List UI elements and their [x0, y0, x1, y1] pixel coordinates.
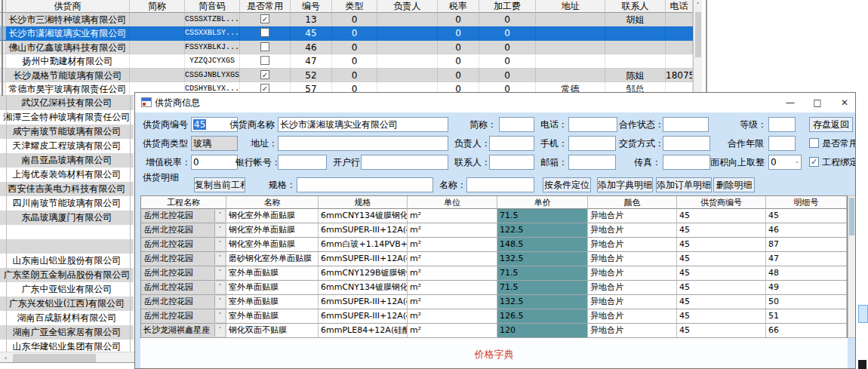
detail-column-header[interactable]: 颜色 [588, 196, 677, 209]
empty-row[interactable] [0, 239, 134, 254]
detail-row[interactable]: 长沙龙湖祺鑫星座˅钢化双面不贴膜6mmPLE84+12A(硅酮胶...m²120… [141, 324, 847, 338]
detail-row[interactable]: 岳州北控花园˅室外单面贴膜6mmSUPER-III+12A(硅...m²126.… [141, 309, 847, 324]
supplier-list-hscrollbar[interactable]: ‹ [0, 352, 134, 363]
scrollbar-thumb[interactable] [13, 354, 96, 362]
supplier-type-input[interactable]: 玻璃 [191, 136, 238, 151]
coop-years-input[interactable] [768, 136, 796, 151]
supplier-row[interactable]: 山东华建铝业集团有限公司 [0, 340, 134, 352]
close-icon[interactable]: ✕ [831, 93, 856, 112]
supplier-row[interactable]: 四川南玻节能玻璃有限公司 [0, 196, 134, 211]
chevron-down-icon[interactable]: ˅ [214, 310, 225, 322]
chevron-down-icon[interactable]: ˅ [214, 296, 225, 308]
supplier-row[interactable]: 湘潭三金特种玻璃有限责任公司 [0, 110, 134, 125]
project-combo-cell[interactable]: 岳州北控花园˅ [141, 295, 226, 309]
project-combo-cell[interactable]: 岳州北控花园˅ [141, 209, 226, 223]
column-header[interactable]: 税率 [438, 0, 479, 13]
common-checkbox[interactable] [240, 26, 291, 39]
save-return-button[interactable]: 存盘返回 [809, 117, 853, 132]
detail-column-header[interactable]: 规格 [319, 196, 408, 209]
column-header[interactable]: 电话 [666, 0, 693, 13]
project-combo-cell[interactable]: 长沙龙湖祺鑫星座˅ [141, 324, 226, 337]
empty-row[interactable] [0, 225, 134, 239]
scrollbar-thumb[interactable] [695, 12, 701, 57]
project-combo-cell[interactable]: 岳州北控花园˅ [141, 281, 226, 294]
scroll-left-icon[interactable]: ‹ [0, 352, 11, 364]
detail-row[interactable]: 岳州北控花园˅钢化室外单面贴膜6mmCNY134镀膜钢化m²71.5异地合片45… [141, 209, 847, 223]
supplier-row[interactable]: 广东兴发铝业(江西)有限公司 [0, 297, 134, 311]
price-cell[interactable]: 132.5 [497, 295, 588, 309]
column-header[interactable]: 类型 [332, 0, 377, 13]
project-combo-cell[interactable]: 岳州北控花园˅ [141, 266, 226, 280]
project-combo-cell[interactable]: 岳州北控花园˅ [141, 238, 226, 251]
price-cell[interactable]: 120 [497, 324, 588, 337]
detail-row[interactable]: 岳州北控花园˅钢化室外单面贴膜6mm白玻+1.14PVB+6mm...m²148… [141, 238, 847, 252]
bank-branch-input[interactable] [361, 155, 448, 170]
chevron-down-icon[interactable]: ˅ [796, 158, 799, 170]
detail-column-header[interactable]: 单位 [408, 196, 497, 209]
project-combo-cell[interactable]: 岳州北控花园˅ [141, 309, 226, 323]
minimize-icon[interactable]: — [777, 93, 804, 112]
column-header[interactable]: 负责人 [377, 0, 438, 13]
grade-input[interactable] [768, 117, 796, 132]
chevron-down-icon[interactable]: ˅ [214, 324, 225, 337]
supplier-table-vscrollbar[interactable]: ˄ [693, 0, 702, 92]
price-cell[interactable]: 126.5 [497, 309, 588, 323]
detail-table-vscrollbar[interactable] [848, 195, 856, 338]
mobile-input[interactable] [568, 136, 616, 151]
delete-detail-button[interactable]: 删除明细 [713, 177, 755, 192]
locate-button[interactable]: 按条件定位 [543, 177, 591, 192]
price-cell[interactable]: 71.5 [497, 281, 588, 294]
add-order-detail-button[interactable]: 添加订单明细 [656, 177, 712, 192]
supplier-row[interactable]: 武汉亿深科技有限公司 [0, 96, 134, 110]
short-name-input[interactable] [499, 117, 534, 132]
scroll-up-icon[interactable]: ˄ [694, 0, 702, 11]
column-header[interactable]: 联系人 [605, 0, 666, 13]
supplier-row[interactable]: 南昌亚晶玻璃有限公司 [0, 153, 134, 168]
supplier-row[interactable]: 天津耀皮工程玻璃有限公司 [0, 139, 134, 153]
owner-input[interactable] [489, 136, 534, 151]
column-header[interactable]: 编号 [291, 0, 332, 13]
price-cell[interactable]: 132.5 [497, 252, 588, 266]
common-checkbox[interactable] [240, 41, 291, 54]
supplier-name-input[interactable] [278, 117, 448, 132]
supplier-row[interactable]: 湖南广亚全铝家居有限公司 [0, 325, 134, 340]
detail-row[interactable]: 岳州北控花园˅钢化室外单面贴膜6mmSUPER-III+12A(硅...m²12… [141, 223, 847, 238]
supplier-row[interactable]: 山东南山铝业股份有限公司 [0, 254, 134, 268]
bank-account-input[interactable] [278, 155, 327, 170]
project-combo-cell[interactable]: 岳州北控花园˅ [141, 223, 226, 237]
delivery-method-input[interactable] [663, 136, 710, 151]
email-input[interactable] [568, 155, 616, 170]
supplier-row[interactable]: 西安佳吉美电力科技有限公司 [0, 182, 134, 196]
dialog-titlebar[interactable]: 供货商信息 — □ ✕ [135, 93, 855, 112]
column-header[interactable]: 地址 [536, 0, 605, 13]
scrollbar-thumb[interactable] [849, 198, 854, 235]
supplier-row[interactable]: 东晶玻璃厦门有限公司 [0, 211, 134, 225]
price-cell[interactable]: 148.5 [497, 238, 588, 251]
price-cell[interactable]: 71.5 [497, 266, 588, 280]
chevron-down-icon[interactable]: ˅ [214, 210, 225, 222]
chevron-down-icon[interactable]: ˅ [214, 238, 225, 251]
round-up-select[interactable]: 0 ˅ [768, 155, 802, 170]
copy-project-button[interactable]: 复制当前工程 [194, 177, 245, 192]
project-combo-cell[interactable]: 岳州北控花园˅ [141, 252, 226, 266]
vat-rate-input[interactable] [191, 155, 238, 170]
detail-column-header[interactable]: 工程名称 [141, 196, 226, 209]
phone-input[interactable] [568, 117, 617, 132]
chevron-down-icon[interactable]: ˅ [214, 253, 225, 265]
supplier-row[interactable]: 上海优泰装饰材料有限公司 [0, 168, 134, 182]
detail-column-header[interactable]: 明细号 [766, 196, 847, 209]
supplier-row[interactable]: 广东中亚铝业有限公司 [0, 282, 134, 297]
detail-row[interactable]: 岳州北控花园˅磨砂钢化室外单面贴膜6mmSUPER-III+12A(硅...m²… [141, 252, 847, 266]
is-common-checkbox[interactable] [809, 138, 819, 148]
detail-column-header[interactable]: 供货商编号 [677, 196, 766, 209]
detail-row[interactable]: 岳州北控花园˅室外单面贴膜6mmCNY129B镀膜钢化m²71.5异地合片454… [141, 266, 847, 281]
column-header[interactable]: 简称 [130, 0, 185, 13]
column-header[interactable]: 是否常用 [240, 0, 291, 13]
common-checkbox[interactable]: ✓ [240, 13, 291, 26]
price-cell[interactable]: 122.5 [497, 223, 588, 237]
chevron-down-icon[interactable]: ˅ [214, 224, 225, 236]
contact-input[interactable] [489, 155, 534, 170]
address-input[interactable] [278, 136, 448, 151]
detail-row[interactable]: 岳州北控花园˅室外单面贴膜6mmSUPER-III+12A(硅...m²132.… [141, 295, 847, 309]
project-bind-checkbox[interactable]: ✓ [809, 157, 819, 167]
